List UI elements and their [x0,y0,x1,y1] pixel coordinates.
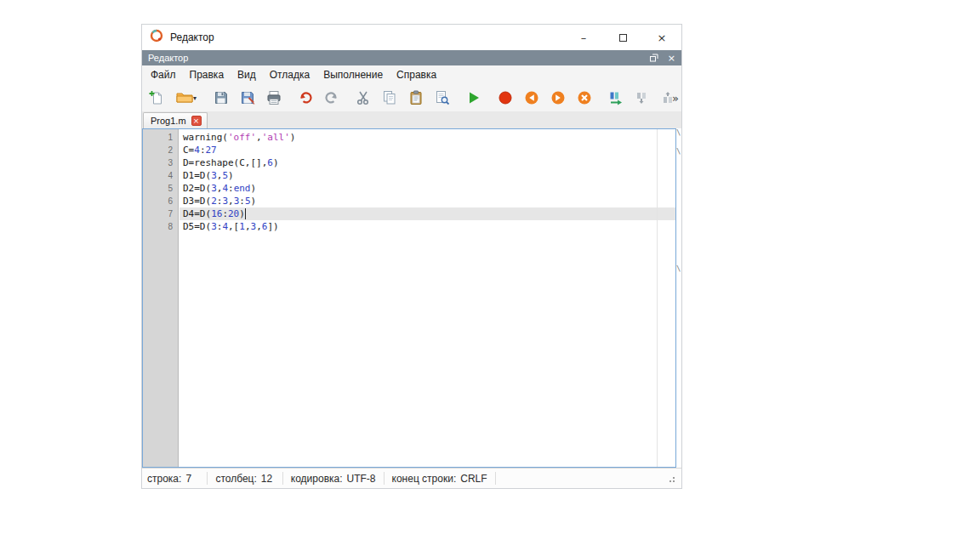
undock-button[interactable] [650,50,658,65]
next-breakpoint-icon [550,90,566,105]
line-number[interactable]: 4 [143,169,178,182]
menu-item-view[interactable]: Вид [231,66,263,83]
code-line[interactable]: D=reshape(C,[],6) [179,156,675,169]
code-area[interactable]: warning('off','all')C=4:27D=reshape(C,[]… [179,129,675,467]
open-dropdown-icon[interactable]: ▾ [193,94,197,102]
scroll-mark: \ [676,264,683,273]
dock-titlebar: Редактор × [142,50,681,65]
paste-button[interactable] [405,87,427,109]
tab-prog1[interactable]: Prog1.m × [143,112,208,128]
paste-icon [408,90,424,105]
redo-button[interactable] [321,87,343,109]
status-eol-value: CRLF [460,473,487,485]
line-number[interactable]: 3 [143,156,178,169]
cut-button[interactable] [352,87,374,109]
dock-controls: × [650,50,675,65]
remove-breakpoints-button[interactable] [573,87,595,109]
code-line[interactable]: D5=D(3:4,[1,3,6]) [179,220,675,233]
scroll-mark: \ [676,128,683,137]
status-column-value: 12 [261,473,275,485]
step-icon [608,90,624,105]
text-caret [245,208,246,219]
run-icon [466,90,481,105]
copy-icon [382,90,397,105]
copy-button[interactable] [379,87,401,109]
menu-item-run[interactable]: Выполнение [316,66,390,83]
window-titlebar: Редактор – × [142,25,681,50]
redo-icon [324,90,339,105]
resize-grip-icon[interactable] [673,480,675,482]
step-in-button[interactable] [631,87,653,109]
next-breakpoint-button[interactable] [547,87,569,109]
line-number-gutter: 12345678 [143,129,179,467]
open-file-button[interactable]: ▾ [172,87,201,109]
status-separator [282,472,283,485]
maximize-button[interactable] [603,25,642,50]
minimize-button[interactable]: – [564,25,603,50]
menu-item-edit[interactable]: Правка [183,66,231,83]
menubar: Файл Правка Вид Отладка Выполнение Справ… [142,65,681,84]
menu-item-debug[interactable]: Отладка [263,66,316,83]
code-line[interactable]: warning('off','all') [179,131,675,144]
maximize-icon [619,34,627,42]
code-line[interactable]: C=4:27 [179,144,675,156]
undo-icon [298,90,313,105]
run-button[interactable] [463,87,485,109]
statusbar: строка: 7 столбец: 12 кодировка: UTF-8 к… [142,468,681,488]
line-number[interactable]: 2 [143,144,178,156]
open-file-icon [176,90,193,105]
window-title: Редактор [170,31,214,43]
status-separator [207,472,208,485]
step-in-icon [635,90,650,105]
menu-item-file[interactable]: Файл [144,66,183,83]
status-column-label: столбец: [215,473,256,485]
find-replace-button[interactable] [431,87,453,109]
code-line[interactable]: D4=D(16:20) [179,207,675,220]
previous-breakpoint-button[interactable] [521,87,543,109]
code-editor[interactable]: 12345678 warning('off','all')C=4:27D=res… [142,128,676,468]
window-controls: – × [564,25,681,50]
line-number[interactable]: 6 [143,195,178,207]
toggle-breakpoint-icon [498,90,513,105]
status-eol-label: конец строки: [392,473,457,485]
dock-title: Редактор [148,53,188,63]
octave-logo-icon [150,29,163,46]
new-script-icon [149,90,164,105]
tabbar: Prog1.m × [142,111,681,128]
status-encoding-label: кодировка: [291,473,343,485]
line-number[interactable]: 7 [143,207,178,220]
tab-close-button[interactable]: × [191,116,202,126]
save-button[interactable] [210,87,232,109]
code-line[interactable]: D3=D(2:3,3:5) [179,195,675,207]
line-number[interactable]: 1 [143,131,178,144]
status-encoding-value: UTF-8 [347,473,376,485]
step-button[interactable] [605,87,627,109]
save-icon [214,90,229,105]
close-button[interactable]: × [642,25,681,50]
print-button[interactable] [263,87,285,109]
status-separator [495,472,496,485]
toolbar: ▾ [142,84,681,111]
toolbar-overflow-button[interactable]: » [672,92,679,105]
editor-window: Редактор – × Редактор × Файл Правка Вид … [141,24,682,489]
long-line-marker [657,129,658,467]
undo-button[interactable] [294,87,316,109]
remove-breakpoints-icon [577,90,592,105]
line-number[interactable]: 5 [143,182,178,195]
save-as-button[interactable] [236,87,259,109]
code-line[interactable]: D2=D(3,4:end) [179,182,675,195]
previous-breakpoint-icon [524,90,539,105]
save-as-icon [240,90,255,105]
menu-item-help[interactable]: Справка [390,66,443,83]
line-number[interactable]: 8 [143,220,178,233]
status-line-value: 7 [185,473,199,485]
print-icon [266,90,282,105]
find-replace-icon [435,90,450,105]
new-script-button[interactable] [145,87,168,109]
toggle-breakpoint-button[interactable] [494,87,516,109]
status-line-label: строка: [147,473,181,485]
tab-label: Prog1.m [151,116,186,126]
status-separator [384,472,385,485]
dock-close-button[interactable]: × [668,53,675,64]
code-line[interactable]: D1=D(3,5) [179,169,675,182]
